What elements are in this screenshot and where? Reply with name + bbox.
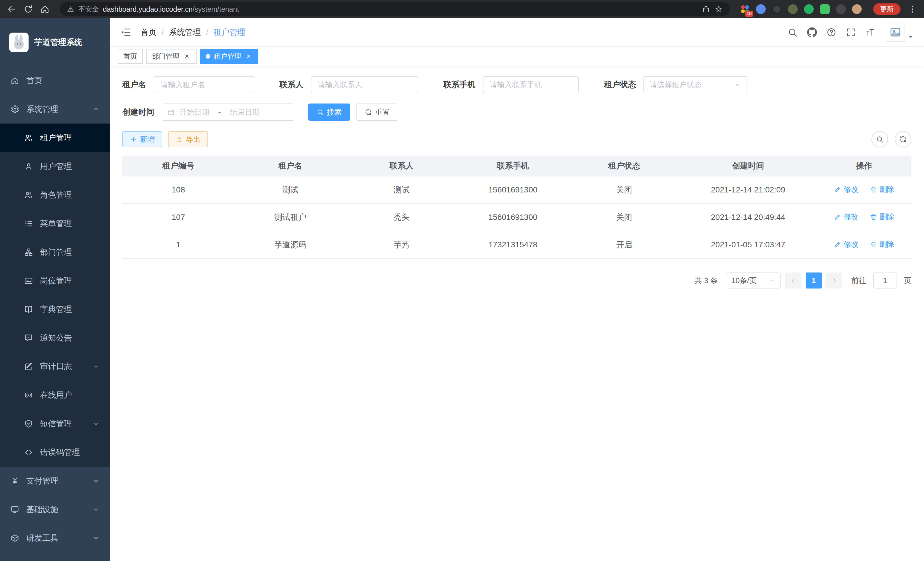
- extension-badge: 10: [745, 11, 753, 17]
- search-icon: [876, 135, 884, 143]
- pagination: 共 3 条 10条/页 1 前往 页: [122, 272, 911, 289]
- add-button[interactable]: 新增: [122, 131, 162, 147]
- delete-link[interactable]: 删除: [870, 239, 894, 249]
- breadcrumb-home[interactable]: 首页: [141, 27, 157, 38]
- cell-status: 关闭: [569, 176, 680, 204]
- share-icon[interactable]: [702, 5, 710, 14]
- column-header: 联系手机: [457, 156, 569, 176]
- github-icon[interactable]: [807, 27, 817, 38]
- extension-icon-3[interactable]: [772, 4, 782, 14]
- sidebar-item-home[interactable]: 首页: [0, 66, 110, 95]
- page-size-select[interactable]: 10条/页: [726, 272, 781, 289]
- refresh-table-button[interactable]: [895, 131, 911, 147]
- menu-list-icon: [24, 219, 33, 228]
- edit-link-label: 修改: [843, 184, 858, 194]
- sidebar-item-system[interactable]: 系统管理: [0, 95, 110, 123]
- pencil-icon: [834, 213, 841, 221]
- sidebar-item-online-user[interactable]: 在线用户: [0, 381, 110, 409]
- sidebar-item-dict[interactable]: 字典管理: [0, 295, 110, 324]
- export-button[interactable]: 导出: [168, 131, 208, 147]
- tab-home[interactable]: 首页: [118, 49, 143, 64]
- tab-close-icon[interactable]: ×: [244, 52, 253, 60]
- reset-button[interactable]: 重置: [356, 104, 398, 121]
- tabs-bar: 首页 部门管理× 租户管理×: [110, 47, 924, 66]
- sidebar-item-audit-log[interactable]: 审计日志: [0, 352, 110, 381]
- cell-mobile: 17321315478: [457, 231, 569, 259]
- extension-icon-7[interactable]: [836, 4, 846, 14]
- create-time-range-picker[interactable]: 开始日期 - 结束日期: [162, 104, 294, 121]
- sidebar-item-user[interactable]: 用户管理: [0, 152, 110, 181]
- user-menu-caret-icon[interactable]: [908, 34, 914, 40]
- extension-icon-5[interactable]: [804, 4, 814, 14]
- edit-link[interactable]: 修改: [834, 212, 858, 222]
- sidebar-item-role[interactable]: 角色管理: [0, 181, 110, 209]
- logo-image: [9, 33, 28, 52]
- sidebar-item-devtools[interactable]: 研发工具: [0, 524, 110, 552]
- sidebar-item-label: 租户管理: [40, 132, 72, 143]
- reload-icon[interactable]: [23, 4, 33, 14]
- bookmark-star-icon[interactable]: [714, 5, 723, 14]
- sidebar-item-label: 角色管理: [40, 190, 72, 200]
- broken-image-icon: [889, 26, 902, 39]
- chevron-up-icon: [93, 106, 99, 113]
- sidebar-item-tenant[interactable]: 租户管理: [0, 123, 110, 152]
- update-browser-button[interactable]: 更新: [873, 3, 901, 15]
- trash-icon: [870, 186, 877, 193]
- not-secure-label: 不安全: [78, 5, 99, 14]
- address-bar[interactable]: 不安全 dashboard.yudao.iocoder.cn/system/te…: [60, 2, 730, 16]
- sidebar-item-notice[interactable]: 通知公告: [0, 324, 110, 352]
- tenant-status-select[interactable]: 请选择租户状态: [644, 76, 747, 93]
- sidebar-item-sms[interactable]: 短信管理: [0, 409, 110, 438]
- cell-contact: 测试: [346, 176, 457, 204]
- prev-page-button[interactable]: [785, 272, 801, 289]
- edit-link[interactable]: 修改: [834, 184, 858, 194]
- extension-icon-1[interactable]: 10: [740, 4, 750, 14]
- fullscreen-icon[interactable]: [846, 27, 856, 38]
- search-button[interactable]: 搜索: [308, 104, 350, 121]
- goto-page-input[interactable]: [873, 272, 897, 289]
- extension-icon-6[interactable]: [820, 4, 830, 14]
- header-search-icon[interactable]: [788, 27, 798, 38]
- delete-link-label: 删除: [879, 184, 894, 194]
- sidebar-item-menu[interactable]: 菜单管理: [0, 209, 110, 238]
- sidebar-item-infra[interactable]: 基础设施: [0, 495, 110, 524]
- toggle-search-button[interactable]: [872, 131, 888, 147]
- tenant-name-input[interactable]: [154, 76, 254, 93]
- delete-link[interactable]: 删除: [870, 212, 894, 222]
- app-header: 首页 / 系统管理 / 租户管理: [110, 18, 924, 47]
- cell-tenant-id: 107: [122, 204, 234, 231]
- logo[interactable]: 芋道管理系统: [0, 18, 110, 66]
- chevron-down-icon: [93, 506, 99, 513]
- sidebar-item-dept[interactable]: 部门管理: [0, 238, 110, 266]
- extension-icon-2[interactable]: [756, 4, 766, 14]
- help-icon[interactable]: [826, 27, 837, 38]
- extension-icon-4[interactable]: [788, 4, 798, 14]
- profile-avatar[interactable]: [852, 4, 862, 14]
- breadcrumb-system[interactable]: 系统管理: [169, 27, 201, 38]
- tab-dept[interactable]: 部门管理×: [146, 49, 196, 64]
- calendar-icon: [167, 108, 175, 116]
- cell-actions: 修改 删除: [817, 231, 911, 259]
- contact-input[interactable]: [311, 76, 418, 93]
- home-nav-icon[interactable]: [40, 4, 50, 14]
- delete-link[interactable]: 删除: [870, 184, 894, 194]
- user-avatar[interactable]: [886, 23, 905, 42]
- sidebar-item-pay[interactable]: 支付管理: [0, 467, 110, 495]
- tab-close-icon[interactable]: ×: [183, 52, 191, 60]
- page-1-button[interactable]: 1: [806, 272, 822, 289]
- active-tab-dot: [206, 54, 210, 59]
- cell-tenant-name: 测试租户: [234, 204, 346, 231]
- edit-link[interactable]: 修改: [834, 239, 858, 249]
- sidebar-item-post[interactable]: 岗位管理: [0, 266, 110, 295]
- breadcrumb-current: 租户管理: [213, 27, 245, 38]
- tab-tenant-active[interactable]: 租户管理×: [200, 49, 258, 64]
- browser-menu-icon[interactable]: [908, 4, 917, 14]
- mobile-input[interactable]: [483, 76, 579, 93]
- notice-message-icon: [24, 333, 33, 343]
- pagination-total: 共 3 条: [694, 276, 718, 286]
- back-icon[interactable]: [7, 4, 16, 14]
- next-page-button[interactable]: [826, 272, 842, 289]
- font-size-icon[interactable]: [865, 27, 875, 38]
- sidebar-item-error-code[interactable]: 错误码管理: [0, 438, 110, 467]
- collapse-menu-icon[interactable]: [120, 27, 131, 38]
